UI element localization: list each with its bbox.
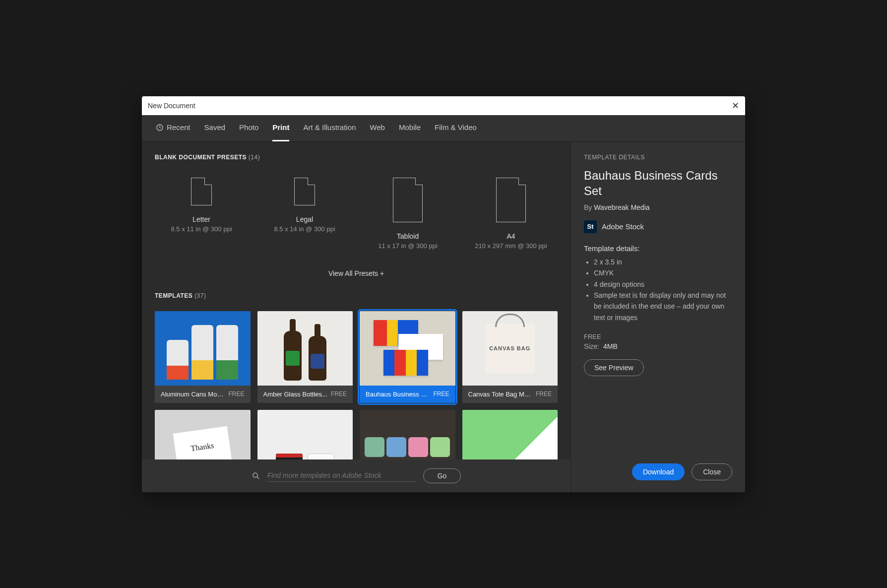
tab-recent[interactable]: Recent — [156, 115, 190, 141]
presets-header-label: BLANK DOCUMENT PRESETS — [155, 154, 247, 161]
template-thumb: CANVAS BAG — [462, 311, 558, 386]
titlebar: New Document ✕ — [142, 96, 745, 115]
template-card-leaf[interactable] — [462, 410, 558, 459]
template-card-mug[interactable] — [257, 410, 353, 459]
free-label: FREE — [584, 333, 732, 340]
preset-dims: 8.5 x 11 in @ 300 ppi — [171, 225, 232, 233]
page-icon — [496, 178, 526, 222]
main-scroll[interactable]: BLANK DOCUMENT PRESETS (14) Letter 8.5 x… — [142, 142, 570, 459]
preset-dims: 210 x 297 mm @ 300 ppi — [475, 242, 547, 250]
search-input[interactable] — [267, 469, 416, 482]
preset-dims: 11 x 17 in @ 300 ppi — [378, 242, 437, 250]
tab-mobile[interactable]: Mobile — [399, 115, 421, 141]
templates-header-label: TEMPLATES — [155, 292, 192, 299]
template-badge: FREE — [433, 391, 449, 397]
template-thumb — [360, 311, 455, 386]
details-list: 2 x 3.5 in CMYK 4 design options Sample … — [584, 257, 732, 323]
tab-saved[interactable]: Saved — [204, 115, 226, 141]
new-document-dialog: New Document ✕ Recent Saved Photo Print … — [142, 96, 745, 492]
preset-letter[interactable]: Letter 8.5 x 11 in @ 300 ppi — [155, 173, 248, 255]
presets-count: (14) — [249, 154, 260, 161]
details-label: TEMPLATE DETAILS — [584, 154, 732, 161]
detail-bullet: CMYK — [594, 267, 732, 278]
details-sidebar: TEMPLATE DETAILS Bauhaus Business Cards … — [570, 142, 745, 492]
template-thumb — [360, 410, 455, 459]
tab-photo[interactable]: Photo — [239, 115, 258, 141]
adobe-stock-icon: St — [584, 220, 597, 233]
template-card-tote[interactable]: CANVAS BAG Canvas Tote Bag Mo... FREE — [462, 311, 558, 403]
preset-a4[interactable]: A4 210 x 297 mm @ 300 ppi — [464, 173, 558, 255]
template-badge: FREE — [331, 391, 347, 397]
template-card-cans[interactable]: Aluminum Cans Moc... FREE — [155, 311, 251, 403]
detail-bullet: 2 x 3.5 in — [594, 257, 732, 267]
template-card-bottles[interactable]: Amber Glass Bottles... FREE — [257, 311, 353, 403]
template-thumb — [462, 410, 558, 459]
preset-tabloid[interactable]: Tabloid 11 x 17 in @ 300 ppi — [361, 173, 454, 255]
by-label: By — [584, 203, 592, 211]
tab-print[interactable]: Print — [272, 115, 289, 141]
tab-recent-label: Recent — [167, 123, 190, 131]
size-row: Size: 4MB — [584, 342, 732, 350]
tab-web[interactable]: Web — [370, 115, 385, 141]
svg-point-1 — [253, 473, 257, 477]
go-button[interactable]: Go — [423, 468, 461, 483]
template-card-thanks[interactable]: Thanks — [155, 410, 251, 459]
view-all-presets[interactable]: View All Presets + — [155, 264, 558, 292]
preset-name: A4 — [507, 232, 515, 240]
template-title: Amber Glass Bottles... — [263, 391, 327, 398]
size-label: Size: — [584, 342, 599, 350]
preset-dims: 8.5 x 14 in @ 300 ppi — [274, 225, 335, 233]
tab-film[interactable]: Film & Video — [435, 115, 477, 141]
presets-header: BLANK DOCUMENT PRESETS (14) — [155, 154, 558, 161]
download-button[interactable]: Download — [632, 463, 685, 480]
author-name[interactable]: Wavebreak Media — [594, 203, 649, 211]
templates-header: TEMPLATES (37) — [155, 292, 558, 299]
tab-art[interactable]: Art & Illustration — [303, 115, 356, 141]
template-badge: FREE — [536, 391, 552, 397]
preset-name: Letter — [192, 215, 210, 223]
category-tabs: Recent Saved Photo Print Art & Illustrat… — [142, 115, 745, 142]
templates-count: (37) — [194, 292, 206, 299]
template-title: Bauhaus Business Ca... — [366, 391, 430, 398]
preset-name: Legal — [296, 215, 313, 223]
template-title: Aluminum Cans Moc... — [161, 391, 225, 398]
dialog-title: New Document — [148, 102, 195, 110]
close-button[interactable]: Close — [692, 463, 732, 480]
template-name: Bauhaus Business Cards Set — [584, 168, 732, 198]
page-icon — [294, 178, 315, 205]
detail-bullet: 4 design options — [594, 279, 732, 290]
preset-legal[interactable]: Legal 8.5 x 14 in @ 300 ppi — [258, 173, 351, 255]
template-title: Canvas Tote Bag Mo... — [468, 391, 533, 398]
template-card-pillow[interactable] — [360, 410, 455, 459]
search-icon — [252, 471, 260, 480]
page-icon — [191, 178, 212, 205]
stock-label: Adobe Stock — [602, 222, 644, 231]
detail-bullet: Sample text is for display only and may … — [594, 290, 732, 323]
template-badge: FREE — [228, 391, 244, 397]
template-thumb — [155, 311, 251, 386]
clock-icon — [156, 124, 164, 131]
size-value: 4MB — [603, 342, 618, 350]
details-heading: Template details: — [584, 244, 732, 253]
template-thumb: Thanks — [155, 410, 251, 459]
template-card-bauhaus[interactable]: Bauhaus Business Ca... FREE — [360, 311, 455, 403]
template-thumb — [257, 311, 353, 386]
search-bar: Go — [142, 459, 570, 492]
page-icon — [393, 178, 423, 222]
byline: By Wavebreak Media — [584, 203, 732, 211]
template-thumb — [257, 410, 353, 459]
see-preview-button[interactable]: See Preview — [584, 359, 644, 376]
close-icon[interactable]: ✕ — [732, 100, 739, 111]
stock-source[interactable]: St Adobe Stock — [584, 220, 732, 233]
preset-name: Tabloid — [397, 232, 419, 240]
